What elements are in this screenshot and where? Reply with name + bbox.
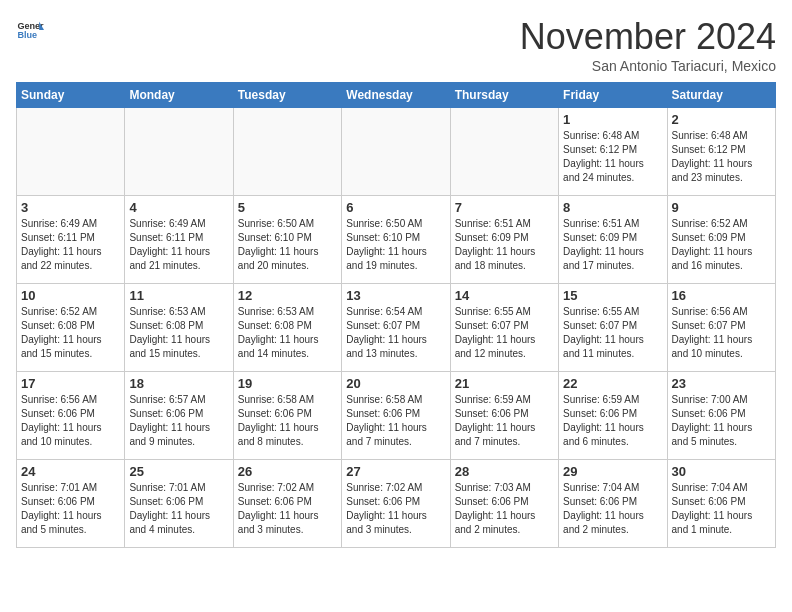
calendar-week-row: 1Sunrise: 6:48 AM Sunset: 6:12 PM Daylig…: [17, 108, 776, 196]
calendar-day-cell: 19Sunrise: 6:58 AM Sunset: 6:06 PM Dayli…: [233, 372, 341, 460]
calendar-day-cell: 13Sunrise: 6:54 AM Sunset: 6:07 PM Dayli…: [342, 284, 450, 372]
day-of-week-header: Friday: [559, 83, 667, 108]
day-number: 4: [129, 200, 228, 215]
calendar-day-cell: 12Sunrise: 6:53 AM Sunset: 6:08 PM Dayli…: [233, 284, 341, 372]
day-number: 9: [672, 200, 771, 215]
day-info: Sunrise: 7:00 AM Sunset: 6:06 PM Dayligh…: [672, 393, 771, 449]
day-number: 8: [563, 200, 662, 215]
calendar-day-cell: 22Sunrise: 6:59 AM Sunset: 6:06 PM Dayli…: [559, 372, 667, 460]
day-info: Sunrise: 6:54 AM Sunset: 6:07 PM Dayligh…: [346, 305, 445, 361]
calendar-week-row: 3Sunrise: 6:49 AM Sunset: 6:11 PM Daylig…: [17, 196, 776, 284]
day-info: Sunrise: 6:50 AM Sunset: 6:10 PM Dayligh…: [346, 217, 445, 273]
logo: General Blue: [16, 16, 44, 44]
day-number: 12: [238, 288, 337, 303]
day-info: Sunrise: 7:03 AM Sunset: 6:06 PM Dayligh…: [455, 481, 554, 537]
day-of-week-header: Monday: [125, 83, 233, 108]
calendar-day-cell: 15Sunrise: 6:55 AM Sunset: 6:07 PM Dayli…: [559, 284, 667, 372]
calendar-day-cell: 16Sunrise: 6:56 AM Sunset: 6:07 PM Dayli…: [667, 284, 775, 372]
calendar-day-cell: 5Sunrise: 6:50 AM Sunset: 6:10 PM Daylig…: [233, 196, 341, 284]
day-info: Sunrise: 6:52 AM Sunset: 6:09 PM Dayligh…: [672, 217, 771, 273]
day-number: 25: [129, 464, 228, 479]
day-info: Sunrise: 6:55 AM Sunset: 6:07 PM Dayligh…: [455, 305, 554, 361]
calendar-day-cell: [342, 108, 450, 196]
calendar-day-cell: 23Sunrise: 7:00 AM Sunset: 6:06 PM Dayli…: [667, 372, 775, 460]
day-number: 5: [238, 200, 337, 215]
calendar-day-cell: 27Sunrise: 7:02 AM Sunset: 6:06 PM Dayli…: [342, 460, 450, 548]
page-header: General Blue November 2024 San Antonio T…: [16, 16, 776, 74]
header-row: SundayMondayTuesdayWednesdayThursdayFrid…: [17, 83, 776, 108]
calendar-day-cell: [125, 108, 233, 196]
calendar-day-cell: 17Sunrise: 6:56 AM Sunset: 6:06 PM Dayli…: [17, 372, 125, 460]
day-info: Sunrise: 6:58 AM Sunset: 6:06 PM Dayligh…: [346, 393, 445, 449]
day-number: 19: [238, 376, 337, 391]
calendar-day-cell: 29Sunrise: 7:04 AM Sunset: 6:06 PM Dayli…: [559, 460, 667, 548]
calendar-week-row: 24Sunrise: 7:01 AM Sunset: 6:06 PM Dayli…: [17, 460, 776, 548]
day-info: Sunrise: 7:02 AM Sunset: 6:06 PM Dayligh…: [238, 481, 337, 537]
calendar-day-cell: 24Sunrise: 7:01 AM Sunset: 6:06 PM Dayli…: [17, 460, 125, 548]
calendar-week-row: 10Sunrise: 6:52 AM Sunset: 6:08 PM Dayli…: [17, 284, 776, 372]
day-number: 15: [563, 288, 662, 303]
calendar-week-row: 17Sunrise: 6:56 AM Sunset: 6:06 PM Dayli…: [17, 372, 776, 460]
day-info: Sunrise: 6:56 AM Sunset: 6:06 PM Dayligh…: [21, 393, 120, 449]
day-number: 20: [346, 376, 445, 391]
calendar-day-cell: 14Sunrise: 6:55 AM Sunset: 6:07 PM Dayli…: [450, 284, 558, 372]
svg-text:Blue: Blue: [17, 30, 37, 40]
location: San Antonio Tariacuri, Mexico: [520, 58, 776, 74]
day-info: Sunrise: 6:53 AM Sunset: 6:08 PM Dayligh…: [129, 305, 228, 361]
day-of-week-header: Sunday: [17, 83, 125, 108]
day-info: Sunrise: 6:48 AM Sunset: 6:12 PM Dayligh…: [563, 129, 662, 185]
day-of-week-header: Saturday: [667, 83, 775, 108]
day-number: 17: [21, 376, 120, 391]
calendar-day-cell: 11Sunrise: 6:53 AM Sunset: 6:08 PM Dayli…: [125, 284, 233, 372]
day-info: Sunrise: 6:57 AM Sunset: 6:06 PM Dayligh…: [129, 393, 228, 449]
day-info: Sunrise: 6:53 AM Sunset: 6:08 PM Dayligh…: [238, 305, 337, 361]
day-number: 30: [672, 464, 771, 479]
calendar-day-cell: 20Sunrise: 6:58 AM Sunset: 6:06 PM Dayli…: [342, 372, 450, 460]
calendar-body: 1Sunrise: 6:48 AM Sunset: 6:12 PM Daylig…: [17, 108, 776, 548]
day-number: 7: [455, 200, 554, 215]
day-info: Sunrise: 6:52 AM Sunset: 6:08 PM Dayligh…: [21, 305, 120, 361]
day-number: 22: [563, 376, 662, 391]
day-number: 16: [672, 288, 771, 303]
day-info: Sunrise: 6:59 AM Sunset: 6:06 PM Dayligh…: [455, 393, 554, 449]
day-number: 26: [238, 464, 337, 479]
day-info: Sunrise: 6:55 AM Sunset: 6:07 PM Dayligh…: [563, 305, 662, 361]
calendar-day-cell: 8Sunrise: 6:51 AM Sunset: 6:09 PM Daylig…: [559, 196, 667, 284]
day-info: Sunrise: 6:49 AM Sunset: 6:11 PM Dayligh…: [21, 217, 120, 273]
day-number: 13: [346, 288, 445, 303]
calendar-day-cell: 4Sunrise: 6:49 AM Sunset: 6:11 PM Daylig…: [125, 196, 233, 284]
calendar-header: SundayMondayTuesdayWednesdayThursdayFrid…: [17, 83, 776, 108]
day-info: Sunrise: 6:51 AM Sunset: 6:09 PM Dayligh…: [563, 217, 662, 273]
calendar-day-cell: 3Sunrise: 6:49 AM Sunset: 6:11 PM Daylig…: [17, 196, 125, 284]
day-number: 10: [21, 288, 120, 303]
day-info: Sunrise: 7:04 AM Sunset: 6:06 PM Dayligh…: [563, 481, 662, 537]
day-info: Sunrise: 6:56 AM Sunset: 6:07 PM Dayligh…: [672, 305, 771, 361]
day-number: 27: [346, 464, 445, 479]
calendar-table: SundayMondayTuesdayWednesdayThursdayFrid…: [16, 82, 776, 548]
day-of-week-header: Thursday: [450, 83, 558, 108]
day-info: Sunrise: 7:01 AM Sunset: 6:06 PM Dayligh…: [21, 481, 120, 537]
day-number: 3: [21, 200, 120, 215]
calendar-day-cell: 7Sunrise: 6:51 AM Sunset: 6:09 PM Daylig…: [450, 196, 558, 284]
calendar-day-cell: 9Sunrise: 6:52 AM Sunset: 6:09 PM Daylig…: [667, 196, 775, 284]
calendar-day-cell: 18Sunrise: 6:57 AM Sunset: 6:06 PM Dayli…: [125, 372, 233, 460]
day-info: Sunrise: 7:04 AM Sunset: 6:06 PM Dayligh…: [672, 481, 771, 537]
day-info: Sunrise: 6:51 AM Sunset: 6:09 PM Dayligh…: [455, 217, 554, 273]
day-info: Sunrise: 6:50 AM Sunset: 6:10 PM Dayligh…: [238, 217, 337, 273]
day-number: 2: [672, 112, 771, 127]
calendar-day-cell: 30Sunrise: 7:04 AM Sunset: 6:06 PM Dayli…: [667, 460, 775, 548]
day-number: 14: [455, 288, 554, 303]
day-info: Sunrise: 6:48 AM Sunset: 6:12 PM Dayligh…: [672, 129, 771, 185]
day-info: Sunrise: 6:58 AM Sunset: 6:06 PM Dayligh…: [238, 393, 337, 449]
day-number: 18: [129, 376, 228, 391]
calendar-day-cell: 1Sunrise: 6:48 AM Sunset: 6:12 PM Daylig…: [559, 108, 667, 196]
calendar-day-cell: [450, 108, 558, 196]
day-info: Sunrise: 6:59 AM Sunset: 6:06 PM Dayligh…: [563, 393, 662, 449]
day-number: 29: [563, 464, 662, 479]
day-number: 1: [563, 112, 662, 127]
title-block: November 2024 San Antonio Tariacuri, Mex…: [520, 16, 776, 74]
calendar-day-cell: 28Sunrise: 7:03 AM Sunset: 6:06 PM Dayli…: [450, 460, 558, 548]
calendar-day-cell: [233, 108, 341, 196]
day-number: 24: [21, 464, 120, 479]
day-number: 23: [672, 376, 771, 391]
